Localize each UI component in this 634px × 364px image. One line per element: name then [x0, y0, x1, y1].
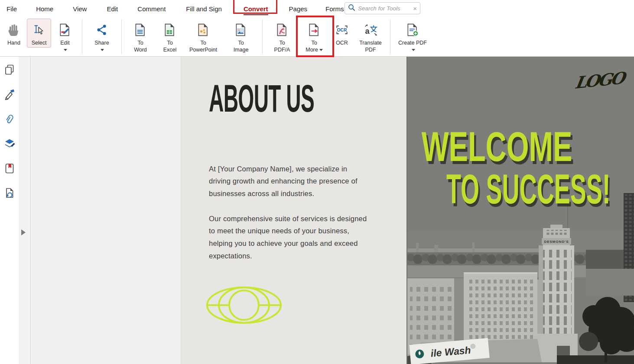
create-pdf-dropdown-caret: [412, 49, 415, 51]
pdfa-document-icon: [275, 21, 289, 39]
excel-document-icon: [163, 21, 177, 39]
pdf-page-poster-panel: DESMOND'S: [406, 57, 634, 364]
select-tool-button[interactable]: Select: [27, 19, 51, 48]
to-more-button[interactable]: ToMore: [299, 19, 330, 55]
to-powerpoint-button[interactable]: ToPowerPoint: [184, 19, 223, 55]
translate-icon: a: [363, 21, 378, 39]
svg-text:DESMOND'S: DESMOND'S: [544, 240, 569, 244]
edit-document-icon: [58, 21, 72, 39]
toolbar-separator: [262, 19, 263, 54]
translate-pdf-button[interactable]: a TranslatePDF: [354, 19, 387, 55]
menu-edit[interactable]: Edit: [100, 1, 124, 16]
create-pdf-button[interactable]: Create PDF: [393, 19, 432, 55]
about-paragraph-1: At [Your Company Name], we specialize in…: [209, 163, 382, 200]
share-icon: [95, 21, 109, 39]
powerpoint-document-icon: [196, 21, 210, 39]
page-history-icon[interactable]: [3, 187, 16, 199]
clear-search-icon[interactable]: ×: [413, 5, 417, 12]
search-input[interactable]: [358, 5, 410, 12]
select-cursor-icon: [32, 21, 46, 39]
panel-collapse-strip: [20, 57, 31, 364]
to-image-button[interactable]: ToImage: [223, 19, 259, 55]
about-us-heading: ABOUT US: [209, 76, 314, 120]
svg-text:a: a: [365, 27, 370, 35]
to-more-dropdown-caret: [319, 49, 323, 51]
ocr-icon: OCR: [334, 21, 350, 39]
headline-welcome: WELCOME: [421, 126, 572, 168]
headline-to-success: TO SUCCESS!: [446, 168, 610, 210]
toolbar-separator: [121, 19, 122, 54]
image-document-icon: [234, 21, 248, 39]
menu-file[interactable]: File: [0, 1, 23, 16]
hand-tool-button[interactable]: Hand: [1, 19, 27, 48]
hand-icon: [7, 21, 21, 39]
menu-bar: File Home View Edit Comment Fill and Sig…: [0, 0, 634, 17]
more-conversions-icon: [307, 21, 321, 39]
expand-panel-arrow-icon[interactable]: [21, 229, 26, 235]
menu-pages[interactable]: Pages: [283, 1, 314, 16]
document-canvas: ABOUT US At [Your Company Name], we spec…: [31, 57, 634, 364]
about-paragraph-2: Our comprehensive suite of services is d…: [209, 213, 382, 262]
workspace: ABOUT US At [Your Company Name], we spec…: [0, 57, 634, 364]
to-excel-button[interactable]: ToExcel: [156, 19, 184, 55]
pdf-page-about-panel: ABOUT US At [Your Company Name], we spec…: [181, 57, 406, 364]
toolbar-separator: [82, 19, 82, 54]
menu-home[interactable]: Home: [29, 1, 60, 16]
svg-text:OCR: OCR: [337, 28, 348, 32]
left-sidebar-rail: [0, 57, 20, 364]
share-dropdown-caret: [101, 49, 104, 51]
edit-dropdown-caret: [64, 49, 67, 51]
menu-comment[interactable]: Comment: [131, 1, 172, 16]
attachments-paperclip-icon[interactable]: [3, 113, 16, 125]
search-icon: [348, 4, 355, 13]
word-document-icon: [133, 21, 147, 39]
signature-pen-icon[interactable]: [3, 88, 16, 100]
tools-search-box[interactable]: ×: [345, 2, 420, 14]
share-button[interactable]: Share: [85, 19, 118, 55]
about-us-paragraphs: At [Your Company Name], we specialize in…: [209, 150, 382, 274]
ocr-button[interactable]: OCR OCR: [330, 19, 354, 48]
toolbar: Hand Select Edit: [0, 17, 634, 57]
bookmarks-icon[interactable]: [3, 162, 16, 174]
menu-view[interactable]: View: [66, 1, 93, 16]
to-pdfa-button[interactable]: ToPDF/A: [266, 19, 299, 55]
to-word-button[interactable]: ToWord: [125, 19, 156, 55]
page-thumbnails-icon[interactable]: [3, 64, 16, 76]
eye-globe-logo: [205, 285, 283, 325]
menu-fill-and-sign[interactable]: Fill and Sign: [179, 1, 228, 16]
layers-stamp-icon[interactable]: [3, 138, 16, 150]
pdf-page-left-panel: [31, 57, 181, 364]
edit-tool-button[interactable]: Edit: [51, 19, 79, 55]
create-pdf-icon: [406, 21, 419, 39]
toolbar-separator: [390, 19, 390, 54]
menu-convert[interactable]: Convert: [237, 1, 275, 16]
